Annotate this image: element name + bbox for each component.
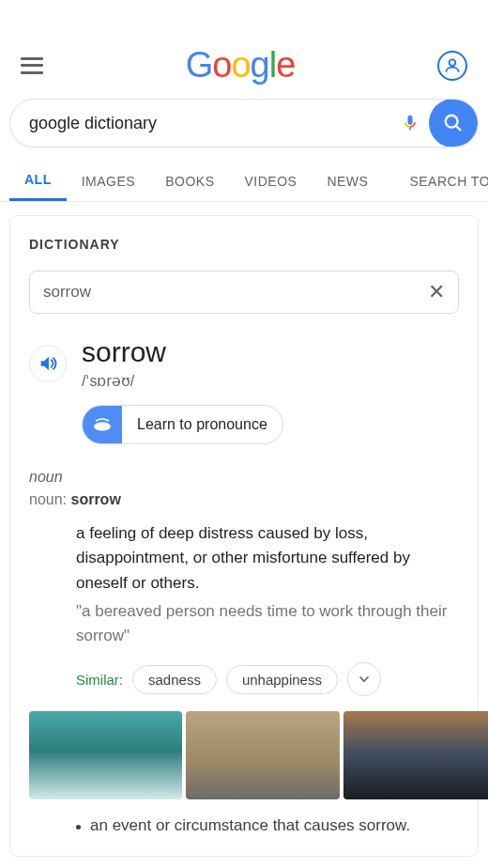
clear-icon[interactable]: ✕ bbox=[428, 280, 445, 304]
part-of-speech: noun bbox=[29, 469, 459, 486]
tab-books[interactable]: BOOKS bbox=[150, 161, 229, 201]
learn-pronounce-label: Learn to pronounce bbox=[122, 416, 282, 433]
google-logo[interactable]: Google bbox=[186, 45, 296, 85]
search-input[interactable] bbox=[10, 114, 391, 133]
pronunciation: /ˈsɒrəʊ/ bbox=[82, 372, 166, 390]
tab-images[interactable]: IMAGES bbox=[67, 161, 150, 201]
similar-chip-sadness[interactable]: sadness bbox=[132, 665, 217, 694]
voice-search-icon[interactable] bbox=[391, 113, 429, 133]
dictionary-title: DICTIONARY bbox=[29, 237, 459, 252]
image-thumb-2[interactable] bbox=[186, 711, 339, 799]
image-thumb-3[interactable] bbox=[343, 711, 488, 799]
image-thumb-1[interactable] bbox=[29, 711, 182, 799]
bullet-icon bbox=[76, 825, 81, 829]
menu-button[interactable] bbox=[21, 57, 43, 74]
headword: sorrow bbox=[82, 336, 166, 368]
dictionary-card: DICTIONARY ✕ sorrow /ˈsɒrəʊ/ Learn to pr… bbox=[9, 215, 479, 857]
search-button[interactable] bbox=[429, 99, 478, 147]
audio-button[interactable] bbox=[29, 345, 67, 382]
search-bar bbox=[9, 99, 479, 147]
expand-similar-button[interactable] bbox=[347, 662, 381, 696]
dictionary-search: ✕ bbox=[29, 271, 459, 314]
noun-line: noun: sorrow bbox=[29, 491, 459, 508]
svg-point-3 bbox=[94, 423, 111, 431]
svg-line-2 bbox=[456, 126, 461, 131]
tab-videos[interactable]: VIDEOS bbox=[229, 161, 312, 201]
search-tabs: ALL IMAGES BOOKS VIDEOS NEWS SEARCH TOOL… bbox=[0, 161, 488, 202]
image-results bbox=[29, 711, 488, 799]
learn-pronounce-button[interactable]: Learn to pronounce bbox=[82, 405, 283, 444]
example-text: "a bereaved person needs time to work th… bbox=[76, 599, 459, 647]
mouth-icon bbox=[83, 405, 122, 444]
account-icon[interactable] bbox=[437, 51, 467, 81]
tab-all[interactable]: ALL bbox=[9, 161, 67, 201]
sub-definition-text: an event or circumstance that causes sor… bbox=[90, 816, 410, 835]
tab-news[interactable]: NEWS bbox=[312, 161, 383, 201]
similar-chip-unhappiness[interactable]: unhappiness bbox=[226, 665, 338, 694]
definition-text: a feeling of deep distress caused by los… bbox=[76, 521, 459, 596]
tab-search-tools[interactable]: SEARCH TOOLS bbox=[394, 161, 488, 201]
similar-label: Similar: bbox=[76, 672, 123, 688]
dictionary-input[interactable] bbox=[43, 283, 428, 302]
svg-point-0 bbox=[450, 59, 456, 66]
